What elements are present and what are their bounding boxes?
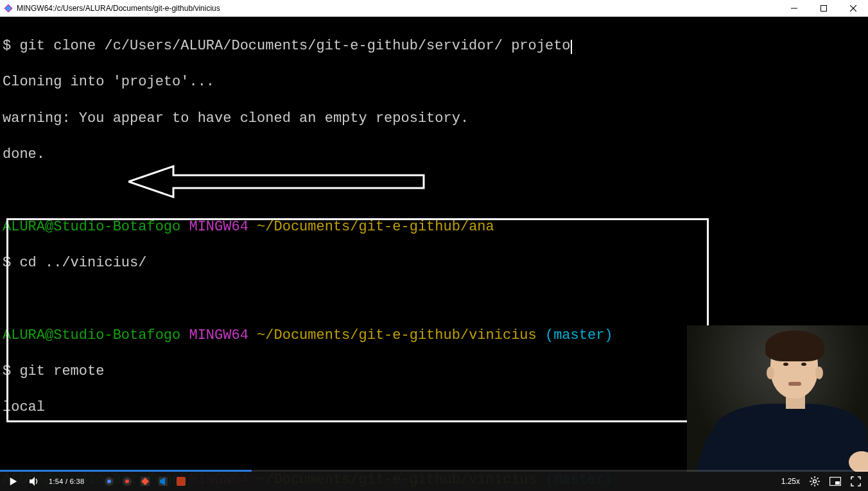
play-button[interactable] (8, 476, 19, 487)
picture-in-picture-button[interactable] (829, 476, 841, 487)
svg-marker-8 (30, 477, 35, 486)
svg-line-25 (817, 478, 819, 479)
terminal-line: Cloning into 'projeto'... (3, 73, 865, 91)
svg-rect-16 (177, 477, 186, 486)
svg-point-12 (125, 479, 129, 483)
svg-rect-27 (835, 481, 840, 485)
close-button[interactable] (838, 0, 868, 17)
git-icon (139, 476, 151, 487)
minimize-button[interactable] (779, 0, 809, 17)
terminal-line: $ cd ../vinicius/ (3, 254, 865, 272)
terminal-line: ALURA@Studio-Botafogo MINGW64 ~/Document… (3, 218, 865, 236)
titlebar-left: MINGW64:/c/Users/ALURA/Documents/git-e-g… (4, 4, 220, 13)
presenter-webcam (687, 325, 868, 472)
taskbar-background-icons (103, 476, 187, 487)
window-titlebar: MINGW64:/c/Users/ALURA/Documents/git-e-g… (0, 0, 868, 17)
window-controls (779, 0, 868, 17)
chrome-icon (103, 476, 115, 487)
terminal-line: $ git clone /c/Users/ALURA/Documents/git… (3, 37, 865, 55)
svg-point-17 (813, 480, 817, 483)
terminal-line (3, 182, 865, 200)
cursor (571, 40, 572, 54)
video-time: 1:54 / 6:38 (49, 478, 84, 485)
terminal-line (3, 290, 865, 308)
svg-marker-0 (4, 4, 12, 12)
svg-line-24 (811, 484, 812, 485)
video-controls-bar: 1:54 / 6:38 1.25x (0, 472, 868, 491)
svg-line-22 (811, 478, 812, 479)
terminal-line: warning: You appear to have cloned an em… (3, 110, 865, 128)
terminal-line: done. (3, 146, 865, 164)
fullscreen-button[interactable] (850, 476, 862, 487)
svg-rect-3 (821, 6, 827, 12)
svg-marker-7 (10, 478, 17, 485)
vscode-icon (157, 476, 169, 487)
chrome-icon (121, 476, 133, 487)
window-title: MINGW64:/c/Users/ALURA/Documents/git-e-g… (17, 4, 220, 13)
svg-point-10 (107, 479, 111, 483)
app-icon (4, 4, 13, 13)
playback-speed-button[interactable]: 1.25x (781, 477, 800, 486)
volume-button[interactable] (28, 476, 40, 487)
settings-button[interactable] (809, 476, 820, 487)
maximize-button[interactable] (809, 0, 838, 17)
app-icon (175, 476, 187, 487)
svg-line-23 (817, 484, 819, 485)
